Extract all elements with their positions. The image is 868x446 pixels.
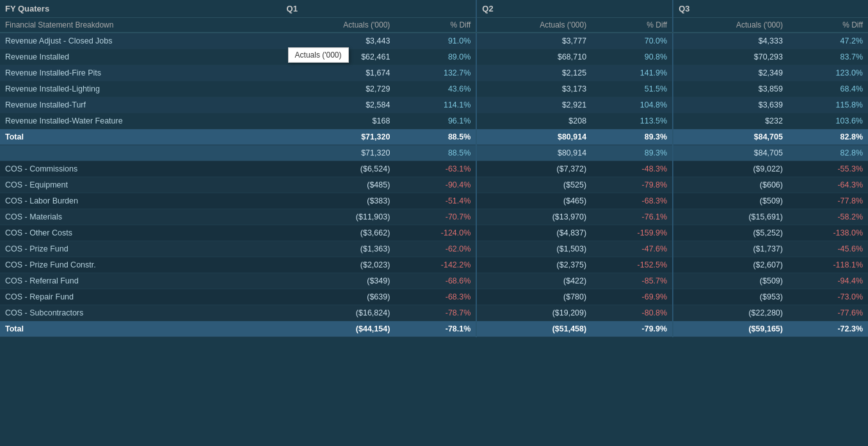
q1-actuals-cell: ($3,662) — [282, 225, 396, 241]
q2-pct-cell: -85.7% — [591, 273, 673, 289]
q3-pct-cell: -77.8% — [788, 193, 868, 209]
q1-actuals-cell: ($44,154) — [282, 321, 396, 337]
q3-actuals-cell: ($509) — [673, 273, 788, 289]
table-row: Total($44,154)-78.1%($51,458)-79.9%($59,… — [0, 321, 868, 337]
fs-breakdown-header: Financial Statement Breakdown — [0, 18, 282, 33]
q1-actuals-cell: ($383) — [282, 193, 396, 209]
financial-table: FY Quaters Q1 Q2 Q3 Financial Statement … — [0, 0, 868, 337]
q3-pct-cell: -77.6% — [788, 305, 868, 321]
table-row: Total$71,32088.5%$80,91489.3%$84,70582.8… — [0, 129, 868, 145]
row-label: Revenue Installed — [0, 49, 282, 65]
q1-pct-cell: 43.6% — [395, 81, 476, 97]
q3-actuals-cell: $3,859 — [673, 81, 788, 97]
q3-actuals-cell: ($22,280) — [673, 305, 788, 321]
row-label: COS - Equipment — [0, 177, 282, 193]
q1-actuals-cell: ($11,903) — [282, 209, 396, 225]
q2-actuals-cell: ($51,458) — [476, 321, 591, 337]
q1-actuals-cell: $168 — [282, 113, 396, 129]
q2-actuals-header: Actuals ('000) — [476, 18, 591, 33]
row-label: COS - Commissions — [0, 161, 282, 177]
q2-pct-cell: 89.3% — [591, 145, 673, 161]
q2-actuals-cell: $208 — [476, 113, 591, 129]
q3-pct-cell: -45.6% — [788, 241, 868, 257]
q1-pct-cell: -68.3% — [395, 289, 476, 305]
row-label: COS - Referral Fund — [0, 273, 282, 289]
q1-pct-cell: 114.1% — [395, 97, 476, 113]
q2-actuals-cell: ($1,503) — [476, 241, 591, 257]
q3-pct-cell: -94.4% — [788, 273, 868, 289]
q2-pct-cell: 89.3% — [591, 129, 673, 145]
q1-pct-cell: -70.7% — [395, 209, 476, 225]
q2-pct-cell: -69.9% — [591, 289, 673, 305]
q3-pct-cell: 103.6% — [788, 113, 868, 129]
q3-actuals-cell: $84,705 — [673, 145, 788, 161]
q1-actuals-cell: $62,461 — [282, 49, 396, 65]
q2-actuals-cell: $80,914 — [476, 129, 591, 145]
q2-pct-cell: 51.5% — [591, 81, 673, 97]
table-row: Revenue Installed-Water Feature$16896.1%… — [0, 113, 868, 129]
q2-pct-cell: 70.0% — [591, 33, 673, 49]
q2-pct-cell: 141.9% — [591, 65, 673, 81]
q2-pct-cell: 113.5% — [591, 113, 673, 129]
q2-actuals-cell: ($4,837) — [476, 225, 591, 241]
table-row: COS - Commissions($6,524)-63.1%($7,372)-… — [0, 161, 868, 177]
q2-pct-cell: -68.3% — [591, 193, 673, 209]
q3-pct-cell: 82.8% — [788, 129, 868, 145]
q1-pct-cell: 89.0% — [395, 49, 476, 65]
q2-actuals-cell: $3,777 — [476, 33, 591, 49]
q1-actuals-cell: ($639) — [282, 289, 396, 305]
q3-actuals-header: Actuals ('000) — [673, 18, 788, 33]
row-label: Revenue Installed-Lighting — [0, 81, 282, 97]
table-row: Revenue Installed-Fire Pits$1,674132.7%$… — [0, 65, 868, 81]
q2-pct-cell: -152.5% — [591, 257, 673, 273]
q2-pct-cell: -47.6% — [591, 241, 673, 257]
q2-actuals-cell: ($13,970) — [476, 209, 591, 225]
table-row: COS - Repair Fund($639)-68.3%($780)-69.9… — [0, 289, 868, 305]
q2-actuals-cell: $3,173 — [476, 81, 591, 97]
row-label: COS - Repair Fund — [0, 289, 282, 305]
q3-pct-cell: -118.1% — [788, 257, 868, 273]
table-row: COS - Prize Fund($1,363)-62.0%($1,503)-4… — [0, 241, 868, 257]
q3-pct-cell: 115.8% — [788, 97, 868, 113]
q3-actuals-cell: $70,293 — [673, 49, 788, 65]
q3-actuals-cell: ($1,737) — [673, 241, 788, 257]
q1-actuals-cell: $1,674 — [282, 65, 396, 81]
table-row: COS - Labor Burden($383)-51.4%($465)-68.… — [0, 193, 868, 209]
q3-pct-cell: -64.3% — [788, 177, 868, 193]
row-label — [0, 145, 282, 161]
row-label: COS - Subcontractors — [0, 305, 282, 321]
q1-actuals-cell: $2,584 — [282, 97, 396, 113]
q2-pct-cell: -159.9% — [591, 225, 673, 241]
q3-pct-cell: 123.0% — [788, 65, 868, 81]
q2-actuals-cell: ($780) — [476, 289, 591, 305]
q3-pct-cell: 47.2% — [788, 33, 868, 49]
q1-actuals-cell: $71,320 — [282, 145, 396, 161]
table-row: COS - Referral Fund($349)-68.6%($422)-85… — [0, 273, 868, 289]
row-label: Total — [0, 321, 282, 337]
q1-pct-cell: -51.4% — [395, 193, 476, 209]
row-label: Revenue Adjust - Closed Jobs — [0, 33, 282, 49]
financial-table-container: FY Quaters Q1 Q2 Q3 Financial Statement … — [0, 0, 868, 337]
q1-pct-cell: -142.2% — [395, 257, 476, 273]
q3-pct-cell: -55.3% — [788, 161, 868, 177]
q3-actuals-cell: $84,705 — [673, 129, 788, 145]
q1-actuals-cell: ($1,363) — [282, 241, 396, 257]
q3-pct-cell: -73.0% — [788, 289, 868, 305]
q1-pct-cell: 132.7% — [395, 65, 476, 81]
q1-actuals-cell[interactable]: $3,443Actuals ('000) — [282, 33, 396, 49]
q1-pct-cell: -63.1% — [395, 161, 476, 177]
row-label: COS - Prize Fund Constr. — [0, 257, 282, 273]
q2-pct-cell: -79.8% — [591, 177, 673, 193]
q1-actuals-cell: ($16,824) — [282, 305, 396, 321]
q1-pct-header: % Diff — [395, 18, 476, 33]
table-row: Revenue Installed-Lighting$2,72943.6%$3,… — [0, 81, 868, 97]
q3-pct-cell: -72.3% — [788, 321, 868, 337]
q1-pct-cell: 88.5% — [395, 145, 476, 161]
row-label: COS - Materials — [0, 209, 282, 225]
q3-actuals-cell: $3,639 — [673, 97, 788, 113]
q2-pct-cell: -76.1% — [591, 209, 673, 225]
q1-pct-cell: -124.0% — [395, 225, 476, 241]
q1-actuals-cell: ($349) — [282, 273, 396, 289]
table-row: $71,32088.5%$80,91489.3%$84,70582.8% — [0, 145, 868, 161]
q1-header: Q1 — [282, 0, 477, 18]
